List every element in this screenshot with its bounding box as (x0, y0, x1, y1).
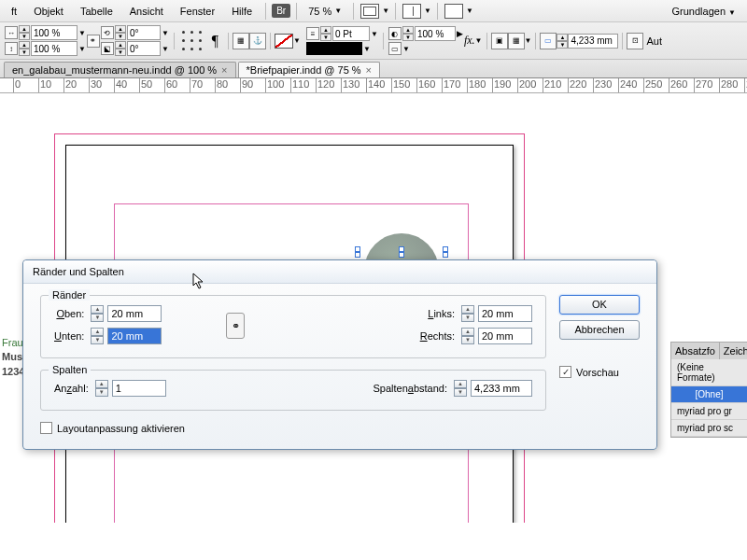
scale-x-spinner[interactable]: ▲▼ (19, 25, 30, 40)
rotate-icon: ⟲ (101, 26, 114, 39)
left-spinner[interactable]: ▲▼ (461, 305, 474, 322)
screen-mode-icon[interactable] (402, 4, 421, 19)
bottom-input[interactable] (107, 328, 162, 344)
effects-target-icon[interactable]: ▭ (388, 42, 402, 55)
left-input[interactable] (478, 305, 532, 322)
cancel-button[interactable]: Abbrechen (559, 320, 640, 340)
menu-edit-frag[interactable]: ft (4, 4, 24, 19)
link-scale-icon[interactable]: ⚭ (87, 35, 100, 48)
preview-checkbox[interactable]: ✓ (559, 366, 571, 378)
bottom-label: Unten: (54, 330, 87, 342)
view-mode-normal-icon[interactable] (360, 4, 379, 19)
layout-adjust-row[interactable]: Layoutanpassung aktivieren (40, 422, 546, 434)
dialog-title: Ränder und Spalten (23, 260, 656, 284)
frame-icon[interactable]: ▭ (540, 33, 557, 49)
menubar: ft Objekt Tabelle Ansicht Fenster Hilfe … (0, 0, 747, 22)
w-input[interactable] (568, 34, 618, 49)
style-row[interactable]: myriad pro gr (671, 403, 747, 420)
crop-icon[interactable]: ▣ (491, 33, 508, 49)
preview-label: Vorschau (576, 367, 619, 378)
gutter-label: Spaltenabstand: (373, 383, 450, 394)
margins-columns-dialog: Ränder und Spalten Ränder Oben: ▲▼ Links… (22, 259, 657, 450)
shear-spinner[interactable]: ▲▼ (115, 41, 126, 56)
ok-button[interactable]: OK (559, 295, 640, 315)
reference-point-icon[interactable] (182, 31, 203, 51)
menu-ansicht[interactable]: Ansicht (122, 4, 171, 19)
fx-button[interactable]: fx. (464, 34, 475, 48)
stroke-weight-spinner[interactable]: ▲▼ (320, 26, 331, 41)
menu-fenster[interactable]: Fenster (173, 4, 222, 19)
bottom-spinner[interactable]: ▲▼ (91, 328, 104, 344)
count-label: Anzahl: (54, 383, 92, 394)
style-row[interactable]: (Keine Formate) (671, 359, 747, 386)
fill-none-icon[interactable] (275, 34, 293, 49)
scale-y-spinner[interactable]: ▲▼ (19, 41, 30, 56)
bridge-button[interactable]: Br (272, 4, 290, 18)
close-icon[interactable]: × (366, 64, 372, 76)
zoom-level[interactable]: 75 %▼ (303, 6, 347, 17)
stroke-style-swatch[interactable] (306, 42, 362, 55)
fit-icon[interactable]: ▦ (508, 33, 525, 49)
link-margins-icon[interactable]: ⚭ (226, 313, 245, 339)
columns-legend: Spalten (49, 364, 91, 375)
gutter-input[interactable] (471, 380, 532, 397)
arrange-docs-icon[interactable] (444, 4, 463, 19)
document-tabs: en_galabau_mustermann-neu.indd @ 100 %× … (0, 60, 747, 78)
control-panel: ↔▲▼▼ ↕▲▼▼ ⚭ ⟲▲▼▼ ⬕▲▼▼ ¶ ▦ ⚓ ▼ ≡▲▼▼ ▼ ◐▲▼… (0, 22, 747, 60)
opacity-spinner[interactable]: ▲▼ (402, 26, 414, 41)
style-row-none[interactable]: [Ohne] (671, 386, 747, 403)
style-row[interactable]: myriad pro sc (671, 420, 747, 437)
selection-handles[interactable] (355, 246, 448, 258)
rotate-spinner[interactable]: ▲▼ (115, 25, 126, 40)
panel-tab-character[interactable]: Zeich (720, 343, 747, 359)
columns-fieldset: Spalten Anzahl: ▲▼ Spaltenabstand: ▲▼ (40, 370, 546, 411)
right-label: Rechts: (420, 330, 458, 342)
styles-panel: Absatzfo Zeich (Keine Formate) [Ohne] my… (670, 342, 747, 438)
scale-y-icon: ↕ (5, 42, 18, 55)
rotate-input[interactable] (127, 25, 161, 40)
scale-x-icon: ↔ (5, 26, 18, 39)
workspace-switcher[interactable]: Grundlagen ▼ (665, 4, 743, 19)
left-label: Links: (420, 308, 458, 319)
close-icon[interactable]: × (221, 64, 227, 76)
paragraph-icon[interactable]: ¶ (212, 33, 218, 49)
doc-tab-2[interactable]: *Briefpapier.indd @ 75 %× (238, 62, 381, 77)
auto-fit-icon[interactable]: ⊡ (627, 33, 643, 49)
doc-tab-1[interactable]: en_galabau_mustermann-neu.indd @ 100 %× (4, 62, 236, 77)
menu-tabelle[interactable]: Tabelle (73, 4, 120, 19)
auto-label: Aut (646, 35, 662, 47)
panel-tab-paragraph[interactable]: Absatzfo (671, 343, 720, 359)
margins-legend: Ränder (49, 289, 90, 301)
right-input[interactable] (478, 328, 532, 344)
count-input[interactable] (112, 380, 166, 397)
top-input[interactable] (107, 305, 162, 322)
anchor-icon[interactable]: ⚓ (249, 33, 266, 49)
margins-fieldset: Ränder Oben: ▲▼ Links: ▲▼ Unten: ▲▼ Rech… (40, 295, 546, 358)
menu-objekt[interactable]: Objekt (26, 4, 71, 19)
layout-adjust-label: Layoutanpassung aktivieren (57, 423, 185, 434)
stroke-weight-input[interactable] (332, 26, 370, 41)
shear-icon: ⬕ (101, 42, 114, 55)
text-wrap-icon[interactable]: ▦ (233, 33, 249, 49)
gutter-spinner[interactable]: ▲▼ (454, 380, 467, 397)
shear-input[interactable] (127, 41, 161, 56)
count-spinner[interactable]: ▲▼ (95, 380, 108, 397)
top-spinner[interactable]: ▲▼ (91, 305, 104, 322)
layout-adjust-checkbox[interactable] (40, 422, 52, 434)
scale-y-input[interactable] (31, 41, 78, 56)
opacity-icon: ◐ (388, 27, 402, 40)
menu-hilfe[interactable]: Hilfe (224, 4, 260, 19)
opacity-input[interactable] (415, 26, 456, 41)
right-spinner[interactable]: ▲▼ (461, 328, 474, 344)
top-label: Oben: (54, 308, 87, 319)
stroke-weight-icon: ≡ (306, 27, 319, 40)
horizontal-ruler[interactable]: 0102030405060708090100110120130140150160… (0, 78, 747, 93)
w-spinner[interactable]: ▲▼ (557, 34, 568, 49)
scale-x-input[interactable] (31, 25, 78, 40)
